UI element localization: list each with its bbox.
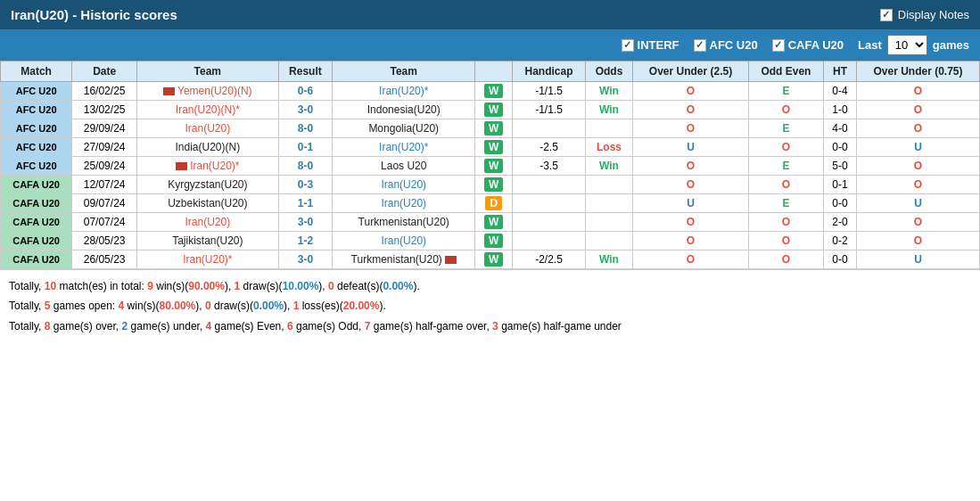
filter-afc: ✓ AFC U20 [694,38,758,52]
scores-table: Match Date Team Result Team Handicap Odd… [0,61,980,269]
result-cell: 0-6 [278,82,333,101]
display-notes-check[interactable]: ✓ [880,9,893,21]
ht-cell: 0-4 [824,82,857,101]
odd-even-cell: O [748,138,823,157]
ou25-cell: U [633,194,749,213]
wdl-cell: W [475,213,513,232]
table-header-row: Match Date Team Result Team Handicap Odd… [1,62,980,82]
odds-cell [585,213,632,232]
table-row: CAFA U2009/07/24Uzbekistan(U20)1-1Iran(U… [1,194,980,213]
result-cell: 3-0 [278,250,333,269]
ou25-cell: O [633,250,749,269]
ou25-cell: O [633,119,749,138]
handicap-cell: -3.5 [513,157,586,176]
handicap-cell: -2.5 [513,138,586,157]
handicap-cell: -2/2.5 [513,250,586,269]
table-row: CAFA U2026/05/23Iran(U20)*3-0Turkmenista… [1,250,980,269]
ou075-cell: U [857,194,980,213]
match-type-cell: AFC U20 [1,82,72,101]
ou075-cell: O [857,213,980,232]
match-type-cell: CAFA U20 [1,176,72,194]
display-notes-container: ✓ Display Notes [880,8,969,21]
ou075-cell: O [857,176,980,194]
afc-checkbox[interactable]: ✓ [694,39,706,52]
afc-label: AFC U20 [710,38,758,52]
summary-section: Totally, 10 match(es) in total: 9 win(s)… [0,269,980,344]
wdl-cell: W [475,250,513,269]
result-cell: 0-3 [278,176,333,194]
odd-even-cell: O [748,213,823,232]
table-row: CAFA U2012/07/24Kyrgyzstan(U20)0-3Iran(U… [1,176,980,194]
col-odd-even: Odd Even [748,62,823,82]
games-label: games [933,38,969,52]
handicap-cell [513,213,586,232]
last-select[interactable]: 10 20 5 [887,35,927,55]
ou075-cell: O [857,157,980,176]
summary-line1: Totally, 10 match(es) in total: 9 win(s)… [9,277,971,295]
date-cell: 27/09/24 [72,138,137,157]
team1-cell: Iran(U20) [137,213,279,232]
match-type-cell: CAFA U20 [1,250,72,269]
wdl-cell: W [475,82,513,101]
odds-cell: Win [585,82,632,101]
ou25-cell: O [633,176,749,194]
ou25-cell: O [633,82,749,101]
team2-cell: Indonesia(U20) [333,101,475,119]
ou25-cell: O [633,213,749,232]
filter-bar: ✓ INTERF ✓ AFC U20 ✓ CAFA U20 Last 10 20… [0,29,980,61]
date-cell: 13/02/25 [72,101,137,119]
odds-cell [585,194,632,213]
result-cell: 0-1 [278,138,333,157]
filter-cafa: ✓ CAFA U20 [772,38,844,52]
date-cell: 25/09/24 [72,157,137,176]
col-empty [475,62,513,82]
filter-interf: ✓ INTERF [622,38,679,52]
ht-cell: 2-0 [824,213,857,232]
match-type-cell: AFC U20 [1,157,72,176]
team2-cell: Iran(U20) [333,194,475,213]
team1-cell: Yemen(U20)(N) [137,82,279,101]
team2-cell: Iran(U20) [333,232,475,250]
team1-cell: Kyrgyzstan(U20) [137,176,279,194]
team2-cell: Iran(U20) [333,176,475,194]
match-type-cell: AFC U20 [1,138,72,157]
odds-cell [585,232,632,250]
table-row: AFC U2029/09/24Iran(U20)8-0Mongolia(U20)… [1,119,980,138]
result-cell: 8-0 [278,119,333,138]
wdl-cell: W [475,119,513,138]
odd-even-cell: E [748,194,823,213]
summary-line2: Totally, 5 games open: 4 win(s)(80.00%),… [9,297,971,315]
wdl-cell: W [475,176,513,194]
col-team1: Team [137,62,279,82]
cafa-checkbox[interactable]: ✓ [772,39,785,52]
summary-line3: Totally, 8 game(s) over, 2 game(s) under… [9,317,971,335]
odd-even-cell: O [748,232,823,250]
date-cell: 09/07/24 [72,194,137,213]
display-notes-label: Display Notes [898,8,969,21]
ou075-cell: O [857,119,980,138]
team2-cell: Mongolia(U20) [333,119,475,138]
handicap-cell: -1/1.5 [513,101,586,119]
date-cell: 28/05/23 [72,232,137,250]
ht-cell: 4-0 [824,119,857,138]
team2-cell: Iran(U20)* [333,138,475,157]
ou075-cell: U [857,250,980,269]
col-odds: Odds [585,62,632,82]
cafa-label: CAFA U20 [788,38,844,52]
team2-cell: Turkmenistan(U20) [333,213,475,232]
ht-cell: 0-2 [824,232,857,250]
interf-checkbox[interactable]: ✓ [622,39,634,52]
col-ht: HT [824,62,857,82]
odds-cell: Win [585,101,632,119]
handicap-cell [513,119,586,138]
odd-even-cell: E [748,119,823,138]
col-date: Date [72,62,137,82]
match-type-cell: AFC U20 [1,119,72,138]
odd-even-cell: O [748,250,823,269]
match-type-cell: AFC U20 [1,101,72,119]
handicap-cell [513,176,586,194]
team1-cell: Iran(U20) [137,119,279,138]
table-row: AFC U2027/09/24India(U20)(N)0-1Iran(U20)… [1,138,980,157]
odds-cell: Win [585,157,632,176]
team1-cell: Iran(U20)* [137,250,279,269]
